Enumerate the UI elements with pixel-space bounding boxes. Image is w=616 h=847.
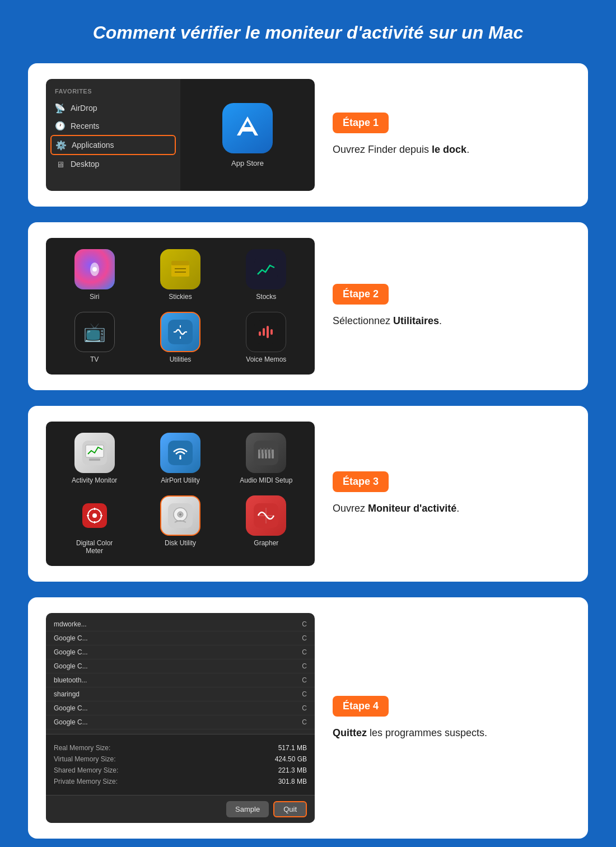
app-stocks-label: Stocks — [256, 293, 276, 301]
table-row: Google C... C — [46, 645, 315, 659]
svg-rect-16 — [270, 329, 273, 335]
app-diskutility-label: Disk Utility — [165, 539, 196, 547]
finder-section-label: Favorites — [46, 86, 180, 99]
svg-rect-18 — [86, 445, 104, 457]
sample-button[interactable]: Sample — [226, 801, 269, 817]
step2-app-grid: Siri Stickies — [46, 238, 315, 375]
process-col: C — [302, 676, 307, 684]
step2-badge: Étape 2 — [333, 284, 389, 305]
colorimeter-icon — [74, 495, 115, 536]
step4-description: Quittez les programmes suspects. — [333, 726, 570, 741]
app-voicememos-label: Voice Memos — [246, 355, 286, 363]
page-title: Comment vérifier le moniteur d'activité … — [28, 22, 588, 43]
process-name: bluetooth... — [54, 676, 87, 684]
process-col: C — [302, 634, 307, 642]
am-detail-value: 517.1 MB — [278, 744, 307, 752]
app-colorimeter-label: Digital Color Meter — [76, 539, 113, 555]
voicememos-icon — [246, 312, 286, 352]
process-col: C — [302, 718, 307, 726]
am-detail-label: Real Memory Size: — [54, 744, 110, 752]
step3-description: Ouvrez Moniteur d'activité. — [333, 501, 570, 516]
am-detail-row: Real Memory Size: 517.1 MB — [54, 742, 307, 754]
finder-item-recents[interactable]: 🕐 Recents — [46, 117, 180, 135]
finder-main: App Store — [180, 79, 315, 191]
svg-rect-29 — [263, 448, 265, 453]
desktop-icon: 🖥 — [55, 159, 65, 169]
process-name: Google C... — [54, 662, 88, 670]
svg-point-34 — [92, 513, 97, 518]
recents-icon: 🕐 — [55, 121, 65, 131]
app-utilities-label: Utilities — [170, 355, 192, 363]
process-col: C — [302, 662, 307, 670]
app-store-app-icon — [222, 103, 273, 153]
svg-rect-19 — [89, 458, 100, 461]
finder-sidebar: Favorites 📡 AirDrop 🕐 Recents ⚙️ Applica… — [46, 79, 180, 191]
app-stickies-label: Stickies — [169, 293, 192, 301]
process-col: C — [302, 648, 307, 656]
svg-rect-27 — [272, 450, 274, 458]
step3-screenshot: Activity Monitor AirPort Utility — [46, 422, 315, 566]
step1-badge: Étape 1 — [333, 113, 389, 133]
finder-item-airdrop[interactable]: 📡 AirDrop — [46, 99, 180, 117]
app-grapher: Grapher — [229, 495, 304, 555]
step4-badge: Étape 4 — [333, 696, 389, 717]
step4-screenshot: mdworke... C Google C... C Google C... C… — [46, 613, 315, 823]
table-row: Google C... C — [46, 659, 315, 673]
step3-badge: Étape 3 — [333, 471, 389, 492]
tv-icon: 📺 — [74, 312, 115, 352]
process-col: C — [302, 704, 307, 712]
step1-description: Ouvrez Finder depuis le dock. — [333, 142, 570, 157]
svg-point-42 — [179, 513, 181, 516]
finder-item-applications[interactable]: ⚙️ Applications — [50, 135, 176, 155]
svg-rect-6 — [254, 258, 278, 281]
process-name: mdworke... — [54, 620, 87, 628]
am-detail-row: Shared Memory Size: 221.3 MB — [54, 765, 307, 776]
app-audiomidi-label: Audio MIDI Setup — [240, 476, 292, 484]
step-card-1: Favorites 📡 AirDrop 🕐 Recents ⚙️ Applica… — [28, 63, 588, 207]
app-siri-label: Siri — [90, 293, 99, 301]
app-airport: AirPort Utility — [143, 433, 217, 484]
step3-content: Étape 3 Ouvrez Moniteur d'activité. — [333, 471, 570, 516]
app-activity-monitor: Activity Monitor — [57, 433, 132, 484]
app-voicememos: Voice Memos — [229, 312, 304, 363]
table-row: Google C... C — [46, 715, 315, 729]
step1-content: Étape 1 Ouvrez Finder depuis le dock. — [333, 113, 570, 157]
process-name: Google C... — [54, 704, 88, 712]
process-name: Google C... — [54, 648, 88, 656]
table-row: Google C... C — [46, 701, 315, 715]
finder-item-recents-label: Recents — [71, 121, 99, 130]
step3-utilities-grid: Activity Monitor AirPort Utility — [46, 422, 315, 566]
applications-icon: ⚙️ — [56, 140, 66, 150]
svg-rect-30 — [267, 448, 268, 453]
app-activity-monitor-label: Activity Monitor — [72, 476, 117, 484]
app-colorimeter: Digital Color Meter — [57, 495, 132, 555]
app-grapher-label: Grapher — [254, 539, 278, 547]
step-card-2: Siri Stickies — [28, 222, 588, 390]
am-detail-value: 301.8 MB — [278, 778, 307, 785]
svg-rect-28 — [260, 448, 262, 453]
finder-item-desktop[interactable]: 🖥 Desktop — [46, 155, 180, 173]
airdrop-icon: 📡 — [55, 103, 65, 113]
table-row: Google C... C — [46, 631, 315, 645]
step4-content: Étape 4 Quittez les programmes suspects. — [333, 696, 570, 741]
process-name: Google C... — [54, 718, 88, 726]
finder-item-airdrop-label: AirDrop — [71, 104, 97, 113]
stickies-icon — [160, 249, 200, 289]
app-tv-label: TV — [90, 355, 99, 363]
quit-button[interactable]: Quit — [273, 801, 307, 817]
am-process-list: mdworke... C Google C... C Google C... C… — [46, 613, 315, 734]
finder-item-applications-label: Applications — [72, 141, 114, 149]
step2-screenshot: Siri Stickies — [46, 238, 315, 375]
svg-rect-12 — [254, 320, 278, 344]
am-detail-row: Virtual Memory Size: 424.50 GB — [54, 754, 307, 765]
step2-content: Étape 2 Sélectionnez Utilitaires. — [333, 284, 570, 329]
am-detail-panel: Real Memory Size: 517.1 MB Virtual Memor… — [46, 734, 315, 795]
activity-monitor-window: mdworke... C Google C... C Google C... C… — [46, 613, 315, 823]
diskutility-icon — [160, 495, 200, 536]
step-card-3: Activity Monitor AirPort Utility — [28, 406, 588, 582]
process-name: sharingd — [54, 690, 80, 698]
svg-point-1 — [92, 267, 97, 272]
app-utilities: Utilities — [143, 312, 217, 363]
app-audiomidi: Audio MIDI Setup — [229, 433, 304, 484]
svg-rect-15 — [267, 326, 269, 338]
